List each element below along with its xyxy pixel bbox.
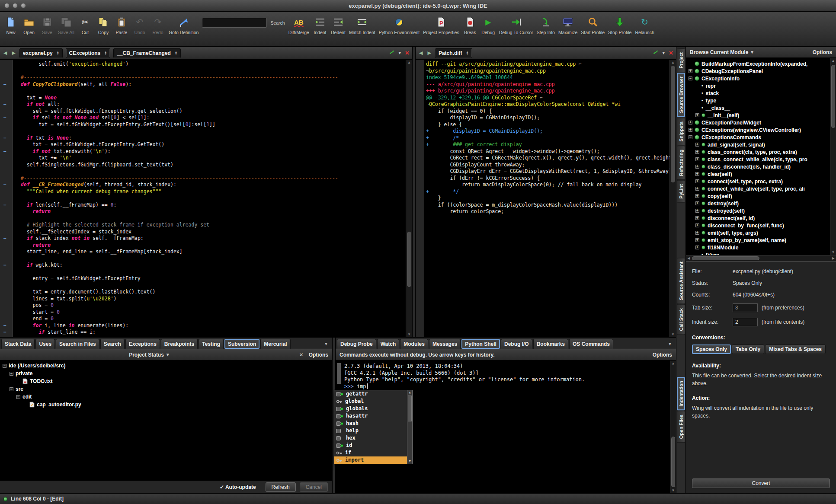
fold-marker-icon[interactable]: −	[3, 115, 6, 121]
browser-hscrollbar[interactable]: ◀ ▶	[686, 255, 836, 261]
scroll-right-icon[interactable]: ▶	[830, 255, 836, 262]
tab-subversion[interactable]: Subversion	[224, 339, 259, 349]
conversion-tab-mixed-tabs-spaces[interactable]: Mixed Tabs & Spaces	[765, 345, 826, 354]
history-back-button[interactable]: ◀	[3, 50, 8, 56]
toolbar-save-all[interactable]: Save All	[58, 15, 74, 35]
shell-body[interactable]: 2.7.3 (default, Apr 10 2013, 18:04:34)[G…	[336, 360, 676, 493]
split-editor-icon[interactable]	[653, 49, 659, 57]
expander-icon[interactable]: −	[689, 77, 692, 80]
tree-row[interactable]: +disconnect(self, id)	[686, 214, 830, 222]
toolbar-goto-definition[interactable]: Goto Definition	[169, 15, 199, 35]
scroll-up-icon[interactable]: ▲	[407, 390, 412, 395]
toolbar-match-indent[interactable]: Match Indent	[349, 15, 375, 35]
editor-right-code[interactable]: diff --git a/src/gui/painting/qpaintengi…	[426, 61, 669, 215]
fold-marker-icon[interactable]: −	[3, 322, 6, 329]
vertical-tab-pylint[interactable]: PyLint	[677, 180, 685, 203]
tab-os-commands[interactable]: OS Commands	[569, 339, 613, 349]
toolbar-break[interactable]: Break	[463, 15, 477, 35]
toolbar-step-into[interactable]: Step Into	[537, 15, 555, 35]
scroll-up-icon[interactable]: ▲	[670, 60, 676, 65]
indent-size-input[interactable]	[733, 318, 758, 326]
tree-row[interactable]: +CExceptionPanelWidget	[686, 119, 830, 126]
tree-row[interactable]: cap_autoeditor.py	[0, 401, 332, 408]
scroll-left-icon[interactable]: ◀	[686, 255, 692, 262]
toolbar-python-environment[interactable]: Python Environment	[379, 15, 420, 35]
vertical-tab-source-browser[interactable]: Source Browser	[677, 73, 685, 117]
toolbar-new[interactable]: New	[3, 15, 18, 35]
editor-right-body[interactable]: diff --git a/src/gui/painting/qpaintengi…	[416, 60, 676, 337]
refresh-button[interactable]: Refresh	[266, 482, 296, 492]
completion-item-hex[interactable]: hex	[334, 434, 407, 442]
expander-icon[interactable]: +	[695, 143, 699, 147]
tree-row[interactable]: +destroy(self)	[686, 200, 830, 207]
editor-right-scrollbar[interactable]: ▲ ▼	[669, 60, 676, 337]
tree-row[interactable]: TODO.txt	[0, 377, 332, 385]
expander-icon[interactable]: +	[695, 238, 699, 242]
tree-row[interactable]: BuildMarkupFromExceptionInfo(expanded,	[686, 60, 830, 67]
svn-options-button[interactable]: Options	[309, 352, 328, 358]
scroll-down-icon[interactable]: ▼	[670, 332, 676, 337]
scroll-down-icon[interactable]: ▼	[830, 249, 836, 255]
tree-row[interactable]: +emit(self, type, args)	[686, 229, 830, 236]
close-editor-icon[interactable]: ✕	[669, 50, 673, 56]
tab-debug-i-o[interactable]: Debug I/O	[501, 339, 532, 349]
fold-marker-icon[interactable]: −	[3, 135, 6, 142]
expander-icon[interactable]: +	[695, 113, 699, 117]
file-selector[interactable]: excpanel.py ▲▼	[19, 48, 63, 58]
conversion-tab-tabs-only[interactable]: Tabs Only	[732, 345, 764, 354]
close-window-button[interactable]	[4, 3, 10, 8]
expander-icon[interactable]: −	[10, 387, 13, 391]
expander-icon[interactable]: +	[689, 69, 692, 73]
tree-row[interactable]: +class_disconnect(cls, handler_id)	[686, 163, 830, 170]
completion-item-getattr[interactable]: getattr	[334, 390, 407, 398]
tree-row[interactable]: −ide (/Users/sdeibel/src)	[0, 362, 332, 370]
tab-exceptions[interactable]: Exceptions	[125, 339, 160, 349]
expander-icon[interactable]: +	[695, 150, 699, 154]
editor-left-code[interactable]: self.emit('exception-changed') #--------…	[15, 61, 406, 336]
expander-icon[interactable]: +	[695, 187, 699, 191]
tree-row[interactable]: +copy(self)	[686, 192, 830, 200]
editor-menu-icon[interactable]: ▾	[399, 50, 401, 56]
expander-icon[interactable]: −	[689, 135, 692, 139]
completion-item-import[interactable]: import	[334, 456, 407, 464]
tree-row[interactable]: −src	[0, 385, 332, 393]
file-selector[interactable]: Patch.diff ▲▼	[435, 48, 472, 58]
tab-search[interactable]: Search	[100, 339, 125, 349]
expander-icon[interactable]: +	[689, 121, 692, 124]
tree-row[interactable]: +__init__(self)	[686, 112, 830, 119]
tree-row[interactable]: +class_connect_while_alive(cls, type, pr…	[686, 156, 830, 163]
tab-size-input[interactable]	[733, 303, 758, 312]
close-editor-icon[interactable]: ✕	[405, 50, 410, 56]
expander-icon[interactable]: +	[695, 165, 699, 169]
vertical-tab-open-files[interactable]: Open Files	[677, 411, 685, 443]
tree-row[interactable]: •fView	[686, 251, 830, 255]
tab-watch[interactable]: Watch	[377, 339, 400, 349]
fold-marker-icon[interactable]: −	[3, 81, 6, 88]
expander-icon[interactable]: +	[695, 157, 699, 161]
toolbar-debug[interactable]: ▶Debug	[481, 15, 496, 35]
tab-testing[interactable]: Testing	[199, 339, 224, 349]
editor-menu-icon[interactable]: ▾	[663, 50, 665, 56]
tab-stack-data[interactable]: Stack Data	[1, 339, 35, 349]
tree-row[interactable]: −CExceptionInfo	[686, 75, 830, 82]
editor-left-body[interactable]: self.emit('exception-changed') #--------…	[0, 60, 412, 337]
scroll-down-icon[interactable]: ▼	[406, 332, 412, 337]
toolbar-copy[interactable]: Copy	[96, 15, 111, 35]
toolbar-diff-merge[interactable]: ABDiff/Merge	[288, 15, 309, 35]
tree-row[interactable]: +emit_stop_by_name(self, name)	[686, 236, 830, 244]
vertical-tab-call-stack[interactable]: Call Stack	[677, 304, 685, 335]
panel-tab-menu-icon[interactable]: ▼	[665, 341, 675, 346]
tab-python-shell[interactable]: Python Shell	[461, 339, 500, 349]
expander-icon[interactable]: +	[689, 128, 692, 132]
vertical-tab-snippets[interactable]: Snippets	[677, 118, 685, 145]
editor-left-scrollbar[interactable]: ▲ ▼	[406, 60, 412, 337]
fold-marker-icon[interactable]: −	[3, 235, 6, 242]
split-editor-icon[interactable]	[389, 49, 395, 57]
tab-uses[interactable]: Uses	[35, 339, 55, 349]
expander-icon[interactable]: −	[16, 395, 20, 399]
tab-search-in-files[interactable]: Search in Files	[56, 339, 99, 349]
tree-row[interactable]: −private	[0, 370, 332, 377]
tree-row[interactable]: +class_connect(cls, type, proc, extra)	[686, 148, 830, 156]
toolbar-open[interactable]: Open	[22, 15, 36, 35]
tab-breakpoints[interactable]: Breakpoints	[161, 339, 198, 349]
